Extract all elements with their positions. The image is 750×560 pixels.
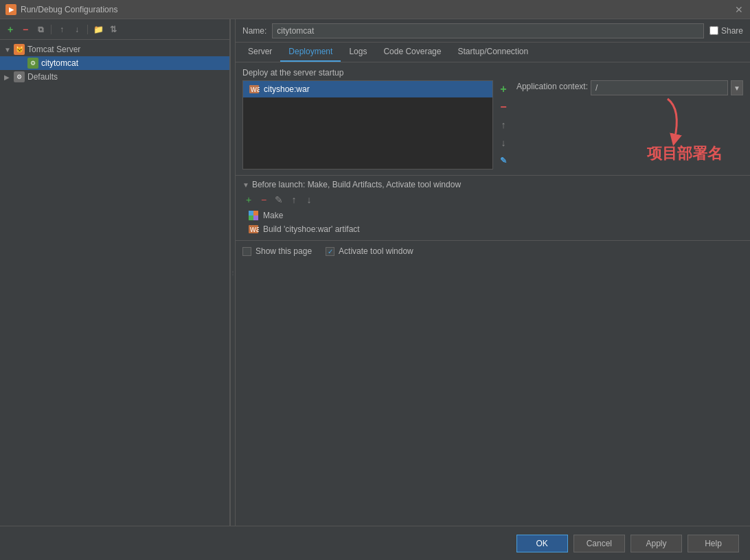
bottom-options: Show this page ✓ Activate tool window — [236, 240, 750, 261]
ok-button[interactable]: OK — [516, 535, 568, 552]
deploy-edit-button[interactable]: ✎ — [496, 153, 511, 168]
expand-arrow: ▼ — [4, 46, 11, 54]
deploy-add-button[interactable]: + — [496, 82, 511, 97]
tomcat-group-icon: 🐱 — [14, 44, 25, 55]
activate-tool-window-option[interactable]: ✓ Activate tool window — [326, 246, 413, 256]
copy-config-button[interactable]: ⧉ — [34, 23, 47, 36]
config-icon: ⚙ — [27, 58, 38, 69]
before-launch-arrow-icon: ▼ — [242, 181, 249, 189]
sort-button[interactable]: ⇅ — [107, 23, 120, 36]
title-bar: ▶ Run/Debug Configurations ✕ — [0, 0, 750, 19]
annotation-area: 项目部署名 — [516, 95, 743, 170]
deploy-up-button[interactable]: ↑ — [496, 117, 511, 132]
deploy-item-label: cityshoe:war — [264, 84, 310, 94]
svg-rect-5 — [249, 215, 253, 220]
panel-divider[interactable]: ⋮ — [230, 19, 236, 526]
tab-deployment[interactable]: Deployment — [280, 43, 341, 62]
share-area: Share — [709, 26, 743, 36]
bl-item-build-artifact[interactable]: war Build 'cityshoe:war' artifact — [245, 222, 743, 236]
svg-rect-4 — [253, 211, 258, 215]
deploy-remove-button[interactable]: − — [496, 100, 511, 115]
show-page-option[interactable]: Show this page — [242, 246, 312, 256]
move-down-button[interactable]: ↓ — [71, 23, 83, 36]
svg-rect-6 — [253, 215, 258, 220]
tab-startup[interactable]: Startup/Connection — [449, 43, 536, 62]
close-button[interactable]: ✕ — [734, 4, 745, 15]
bl-remove-button[interactable]: − — [258, 194, 270, 206]
tabs-bar: Server Deployment Logs Code Coverage Sta… — [236, 43, 750, 62]
main-layout: + − ⧉ ↑ ↓ 📁 ⇅ ▼ 🐱 Tomcat Server ⚙ city — [0, 19, 750, 526]
share-label: Share — [721, 26, 743, 36]
activate-tool-window-label: Activate tool window — [339, 246, 413, 256]
tree-item-defaults[interactable]: ▶ ⚙ Defaults — [0, 70, 229, 84]
expand-arrow-defaults: ▶ — [4, 73, 11, 81]
toolbar-separator-2 — [87, 25, 88, 34]
cancel-button[interactable]: Cancel — [573, 535, 625, 552]
bl-down-button[interactable]: ↓ — [303, 194, 315, 206]
bl-up-button[interactable]: ↑ — [288, 194, 300, 206]
app-context-label: Application context: — [516, 82, 588, 91]
folder-button[interactable]: 📁 — [92, 23, 104, 36]
before-launch-toolbar: + − ✎ ↑ ↓ — [242, 194, 743, 206]
left-panel: + − ⧉ ↑ ↓ 📁 ⇅ ▼ 🐱 Tomcat Server ⚙ city — [0, 19, 230, 526]
toolbar-separator — [51, 25, 52, 34]
make-icon — [248, 210, 259, 221]
svg-rect-3 — [249, 211, 253, 215]
deploy-list-wrapper: war cityshoe:war + − ↑ ↓ ✎ — [242, 80, 511, 170]
tomcat-group-label: Tomcat Server — [27, 45, 225, 54]
add-config-button[interactable]: + — [4, 23, 16, 36]
bl-items-list: Make war Build 'cityshoe:war' artifact — [242, 209, 743, 236]
citytomcat-label: citytomcat — [41, 58, 225, 68]
name-label: Name: — [242, 26, 266, 36]
share-checkbox[interactable] — [709, 26, 718, 35]
bl-add-button[interactable]: + — [242, 194, 255, 206]
show-page-label: Show this page — [255, 246, 312, 256]
deploy-item-war[interactable]: war cityshoe:war — [243, 81, 492, 97]
app-context-input[interactable] — [591, 80, 728, 95]
tab-server[interactable]: Server — [240, 43, 280, 62]
defaults-icon: ⚙ — [14, 71, 25, 82]
right-panel: Name: Share Server Deployment Logs Code … — [236, 19, 750, 526]
bl-item-build-label: Build 'cityshoe:war' artifact — [263, 224, 360, 234]
build-artifact-icon: war — [248, 224, 259, 235]
name-row: Name: Share — [236, 19, 750, 43]
before-launch-title: Before launch: Make, Build Artifacts, Ac… — [252, 180, 461, 189]
before-launch-header[interactable]: ▼ Before launch: Make, Build Artifacts, … — [242, 180, 743, 189]
tab-content-deployment: Deploy at the server startup war citysho… — [236, 62, 750, 526]
context-dropdown-button[interactable]: ▼ — [731, 80, 743, 95]
before-launch-section: ▼ Before launch: Make, Build Artifacts, … — [236, 175, 750, 240]
war-icon: war — [249, 84, 260, 95]
app-context-column: Application context: ▼ — [516, 80, 743, 170]
bottom-bar: OK Cancel Apply Help — [0, 526, 750, 560]
svg-text:war: war — [250, 84, 260, 94]
deploy-list: war cityshoe:war — [242, 80, 493, 170]
tab-logs[interactable]: Logs — [341, 43, 375, 62]
app-icon: ▶ — [5, 4, 16, 15]
activate-tool-window-checkbox[interactable]: ✓ — [326, 247, 334, 256]
move-up-button[interactable]: ↑ — [56, 23, 68, 36]
red-arrow-svg — [633, 95, 702, 150]
tree-item-citytomcat[interactable]: ⚙ citytomcat — [0, 56, 229, 70]
tree-group-tomcat[interactable]: ▼ 🐱 Tomcat Server — [0, 43, 229, 56]
deploy-section: war cityshoe:war + − ↑ ↓ ✎ — [236, 80, 750, 175]
name-input[interactable] — [272, 23, 704, 38]
deploy-down-button[interactable]: ↓ — [496, 135, 511, 150]
help-button[interactable]: Help — [688, 535, 739, 552]
annotation-text: 项目部署名 — [647, 143, 723, 164]
tab-coverage[interactable]: Code Coverage — [375, 43, 449, 62]
bl-item-make[interactable]: Make — [245, 209, 743, 222]
svg-text:war: war — [249, 224, 259, 234]
left-toolbar: + − ⧉ ↑ ↓ 📁 ⇅ — [0, 19, 229, 40]
bl-edit-button[interactable]: ✎ — [273, 194, 285, 206]
deploy-side-buttons: + − ↑ ↓ ✎ — [496, 80, 511, 170]
show-page-checkbox[interactable] — [242, 247, 251, 256]
remove-config-button[interactable]: − — [19, 23, 32, 36]
app-context-row: Application context: ▼ — [516, 80, 743, 95]
dialog-title: Run/Debug Configurations — [21, 5, 117, 14]
bl-item-make-label: Make — [263, 211, 283, 220]
deploy-header: Deploy at the server startup — [236, 62, 750, 80]
defaults-label: Defaults — [27, 72, 225, 82]
config-tree: ▼ 🐱 Tomcat Server ⚙ citytomcat ▶ ⚙ Defau… — [0, 40, 229, 526]
apply-button[interactable]: Apply — [630, 535, 682, 552]
